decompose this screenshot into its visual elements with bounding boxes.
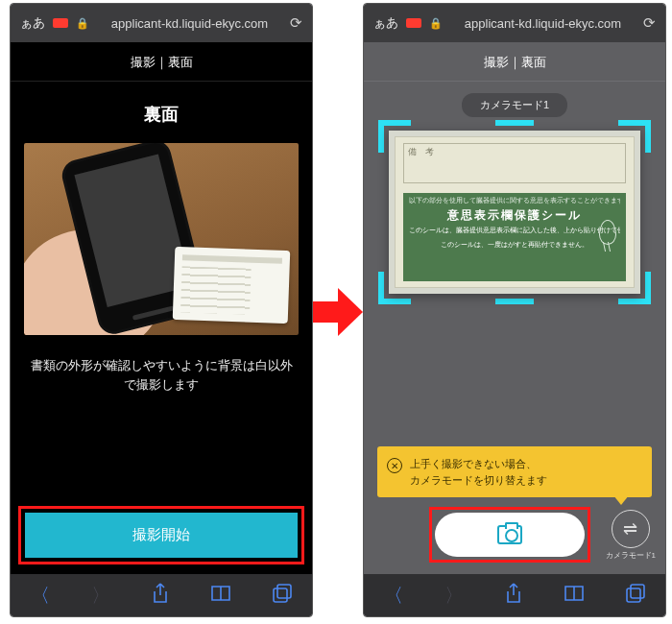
tip-text-line1: 上手く撮影できない場合、: [410, 458, 537, 469]
page-title: 撮影｜裏面: [364, 42, 665, 82]
browser-bottom-bar: 〈 〉: [11, 574, 312, 616]
forward-icon: 〉: [91, 583, 110, 609]
remarks-box: 備 考: [403, 143, 626, 183]
svg-rect-2: [631, 585, 644, 598]
tip-text-line2: カメラモードを切り替えます: [410, 474, 547, 486]
capture-frame: 備 考 以下の部分を使用して臓器提供に関する意思を表示することができます（記入は…: [381, 123, 648, 301]
close-tip-icon[interactable]: ✕: [387, 458, 402, 473]
camera-mode-pill: カメラモード1: [462, 93, 567, 117]
mode-switch-label: カメラモード1: [606, 550, 656, 561]
recording-indicator-icon: [53, 18, 68, 28]
svg-rect-0: [277, 585, 291, 598]
bookmarks-icon[interactable]: [210, 585, 231, 607]
svg-rect-3: [627, 588, 640, 602]
text-size-control[interactable]: ぁあ: [373, 14, 398, 32]
ribbon-icon: [599, 220, 616, 245]
page-title: 撮影｜裏面: [11, 42, 312, 82]
page-content-right: 撮影｜裏面 カメラモード1 備 考 以下の部分を使用して臓器提供に関する意思を表…: [364, 42, 665, 574]
recording-indicator-icon: [406, 18, 421, 28]
back-icon[interactable]: 〈: [31, 583, 50, 609]
shutter-button[interactable]: [435, 513, 585, 557]
tabs-icon[interactable]: [273, 584, 292, 608]
share-icon[interactable]: [505, 583, 522, 609]
id-card-back: 備 考 以下の部分を使用して臓器提供に関する意思を表示することができます（記入は…: [389, 131, 640, 294]
browser-top-bar: ぁあ 🔒 applicant-kd.liquid-ekyc.com ⟳: [364, 4, 665, 42]
tabs-icon[interactable]: [626, 584, 645, 608]
svg-rect-1: [274, 588, 287, 602]
start-capture-button[interactable]: 撮影開始: [25, 513, 298, 558]
share-icon[interactable]: [152, 583, 169, 609]
phone-screen-right: ぁあ 🔒 applicant-kd.liquid-ekyc.com ⟳ 撮影｜裏…: [363, 3, 666, 617]
bookmarks-icon[interactable]: [564, 585, 585, 607]
tip-banner: ✕ 上手く撮影できない場合、 カメラモードを切り替えます: [377, 446, 652, 497]
instruction-text: 書類の外形が確認しやすいように背景は白以外で撮影します: [26, 356, 297, 395]
url-text[interactable]: applicant-kd.liquid-ekyc.com: [450, 16, 636, 31]
tip-tail-icon: [613, 495, 629, 505]
camera-icon: [497, 525, 522, 544]
forward-icon: 〉: [444, 583, 464, 609]
phone-screen-left: ぁあ 🔒 applicant-kd.liquid-ekyc.com ⟳ 撮影｜裏…: [10, 3, 313, 617]
demo-photo: [24, 143, 299, 335]
highlight-box: [429, 507, 590, 563]
swap-icon: ⇌: [612, 510, 650, 548]
browser-top-bar: ぁあ 🔒 applicant-kd.liquid-ekyc.com ⟳: [11, 4, 312, 42]
reload-icon[interactable]: ⟳: [290, 14, 302, 32]
text-size-control[interactable]: ぁあ: [20, 14, 45, 32]
camera-mode-switch[interactable]: ⇌ カメラモード1: [606, 510, 656, 561]
reload-icon[interactable]: ⟳: [643, 14, 656, 32]
url-text[interactable]: applicant-kd.liquid-ekyc.com: [97, 16, 282, 31]
lock-icon: 🔒: [76, 17, 89, 30]
page-content-left: 撮影｜裏面 裏面 書類の外形が確認しやすいように背景は白以外で撮影します 撮影開…: [11, 42, 312, 574]
section-title: 裏面: [11, 103, 312, 126]
card-illustration: [173, 247, 291, 324]
organ-donor-sticker: 以下の部分を使用して臓器提供に関する意思を表示することができます（記入は自由です…: [403, 193, 626, 281]
lock-icon: 🔒: [429, 17, 443, 30]
browser-bottom-bar: 〈 〉: [364, 574, 665, 616]
highlight-box: 撮影開始: [18, 506, 304, 564]
back-icon[interactable]: 〈: [384, 583, 403, 609]
